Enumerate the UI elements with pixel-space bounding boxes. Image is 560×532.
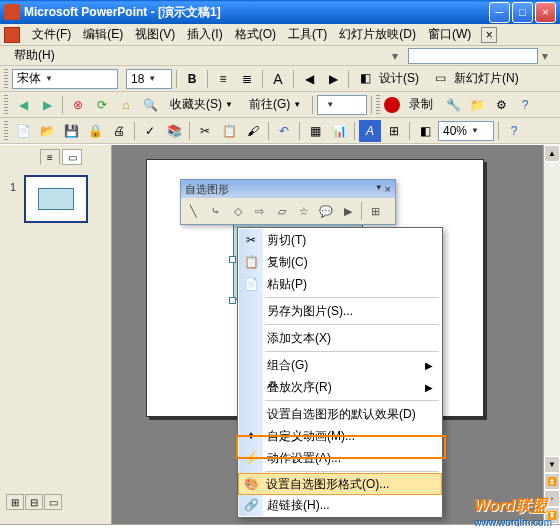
forward-button[interactable]: ▶ bbox=[36, 94, 58, 116]
slides-tab[interactable]: ▭ bbox=[62, 149, 82, 165]
cm-group[interactable]: 组合(G) ▶ bbox=[239, 354, 441, 376]
help-button[interactable]: ? bbox=[503, 120, 525, 142]
numbering-button[interactable]: ≣ bbox=[236, 68, 258, 90]
autoshape-toolbar[interactable]: 自选图形 ▼ × ╲ ⤷ ◇ ⇨ ▱ ☆ 💬 ▶ ⊞ bbox=[180, 179, 396, 225]
address-combo[interactable]: ▼ bbox=[317, 95, 367, 115]
slide-thumbnail-1[interactable]: 1 bbox=[24, 175, 87, 223]
menu-insert[interactable]: 插入(I) bbox=[181, 24, 228, 45]
open-button[interactable]: 📂 bbox=[36, 120, 58, 142]
ask-question-box[interactable] bbox=[408, 48, 538, 64]
show-formatting-button[interactable]: A bbox=[359, 120, 381, 142]
zoom-combo[interactable]: 40% ▼ bbox=[438, 121, 494, 141]
menu-slideshow[interactable]: 幻灯片放映(D) bbox=[333, 24, 422, 45]
spell-button[interactable]: ✓ bbox=[139, 120, 161, 142]
cm-cut[interactable]: ✂ 剪切(T) bbox=[239, 229, 441, 251]
menu-window[interactable]: 窗口(W) bbox=[422, 24, 477, 45]
record-help-button[interactable]: ? bbox=[514, 94, 536, 116]
cm-save-as-picture[interactable]: 另存为图片(S)... bbox=[239, 300, 441, 322]
menu-file[interactable]: 文件(F) bbox=[26, 24, 77, 45]
research-button[interactable]: 📚 bbox=[163, 120, 185, 142]
basic-shapes-menu[interactable]: ◇ bbox=[227, 201, 248, 222]
action-buttons-menu[interactable]: ▶ bbox=[337, 201, 358, 222]
cm-add-text[interactable]: 添加文本(X) bbox=[239, 327, 441, 349]
stars-menu[interactable]: ☆ bbox=[293, 201, 314, 222]
lines-menu[interactable]: ╲ bbox=[183, 201, 204, 222]
font-size-combo[interactable]: 18 ▼ bbox=[126, 69, 172, 89]
print-button[interactable]: 🖨 bbox=[108, 120, 130, 142]
toolbar-grip[interactable] bbox=[4, 69, 8, 89]
cut-toolbar-button[interactable]: ✂ bbox=[194, 120, 216, 142]
menu-edit[interactable]: 编辑(E) bbox=[77, 24, 129, 45]
font-name-combo[interactable]: 宋体 ▼ bbox=[12, 69, 118, 89]
slideshow-view-button[interactable]: ▭ bbox=[44, 494, 62, 510]
refresh-button[interactable]: ⟳ bbox=[91, 94, 113, 116]
new-slide-button[interactable]: ▭ 新幻灯片(N) bbox=[428, 68, 526, 90]
cm-format-autoshape[interactable]: 🎨 设置自选图形格式(O)... bbox=[238, 473, 442, 495]
normal-view-button[interactable]: ⊞ bbox=[6, 494, 24, 510]
table-button[interactable]: ▦ bbox=[304, 120, 326, 142]
bold-button[interactable]: B bbox=[181, 68, 203, 90]
paste-toolbar-button[interactable]: 📋 bbox=[218, 120, 240, 142]
record-button[interactable]: 录制 bbox=[402, 94, 440, 116]
design-button[interactable]: ◧ 设计(S) bbox=[353, 68, 426, 90]
save-button[interactable]: 💾 bbox=[60, 120, 82, 142]
prev-slide-button[interactable]: ⏫ bbox=[544, 473, 560, 490]
menu-help[interactable]: 帮助(H) bbox=[8, 45, 61, 66]
grid-button[interactable]: ⊞ bbox=[383, 120, 405, 142]
increase-indent-button[interactable]: ▶ bbox=[322, 68, 344, 90]
autoshape-titlebar[interactable]: 自选图形 ▼ × bbox=[181, 180, 395, 198]
font-grow-button[interactable]: A bbox=[267, 68, 289, 90]
format-painter-button[interactable]: 🖌 bbox=[242, 120, 264, 142]
cm-action-settings[interactable]: ⚡ 动作设置(A)... bbox=[239, 447, 441, 469]
back-button[interactable]: ◀ bbox=[12, 94, 34, 116]
undo-button[interactable]: ↶ bbox=[273, 120, 295, 142]
block-arrows-menu[interactable]: ⇨ bbox=[249, 201, 270, 222]
toolbar-grip[interactable] bbox=[4, 95, 8, 115]
chart-button[interactable]: 📊 bbox=[328, 120, 350, 142]
color-button[interactable]: ◧ bbox=[414, 120, 436, 142]
dropdown-icon[interactable]: ▾ bbox=[538, 49, 552, 63]
decrease-indent-button[interactable]: ◀ bbox=[298, 68, 320, 90]
document-icon[interactable] bbox=[4, 27, 20, 43]
record-tool-button[interactable]: 🔧 bbox=[442, 94, 464, 116]
scroll-track[interactable] bbox=[544, 162, 560, 456]
toolbar-grip[interactable] bbox=[4, 121, 8, 141]
favorites-button[interactable]: 收藏夹(S) ▼ bbox=[163, 94, 240, 116]
stop-button[interactable]: ⊗ bbox=[67, 94, 89, 116]
resize-handle-sw[interactable] bbox=[229, 297, 236, 304]
outline-tab[interactable]: ≡ bbox=[40, 149, 60, 165]
permission-button[interactable]: 🔒 bbox=[84, 120, 106, 142]
connectors-menu[interactable]: ⤷ bbox=[205, 201, 226, 222]
sorter-view-button[interactable]: ⊟ bbox=[25, 494, 43, 510]
resize-handle-w[interactable] bbox=[229, 256, 236, 263]
scroll-down-button[interactable]: ▼ bbox=[544, 456, 560, 473]
go-button[interactable]: 前往(G) ▼ bbox=[242, 94, 308, 116]
menu-format[interactable]: 格式(O) bbox=[229, 24, 282, 45]
search-button[interactable]: 🔍 bbox=[139, 94, 161, 116]
minimize-button[interactable]: ─ bbox=[489, 2, 510, 23]
flowchart-menu[interactable]: ▱ bbox=[271, 201, 292, 222]
maximize-button[interactable]: □ bbox=[512, 2, 533, 23]
record-settings-button[interactable]: ⚙ bbox=[490, 94, 512, 116]
cm-order[interactable]: 叠放次序(R) ▶ bbox=[239, 376, 441, 398]
callouts-menu[interactable]: 💬 bbox=[315, 201, 336, 222]
cm-set-defaults[interactable]: 设置自选图形的默认效果(D) bbox=[239, 403, 441, 425]
toolbar-grip[interactable] bbox=[376, 95, 380, 115]
menu-view[interactable]: 视图(V) bbox=[129, 24, 181, 45]
vertical-scrollbar[interactable]: ▲ ▼ ⏫ ◦ ⏬ bbox=[543, 145, 560, 524]
cm-custom-animation[interactable]: ✦ 自定义动画(M)... bbox=[239, 425, 441, 447]
document-close-button[interactable]: × bbox=[481, 27, 497, 43]
cm-hyperlink[interactable]: 🔗 超链接(H)... bbox=[239, 494, 441, 516]
home-button[interactable]: ⌂ bbox=[115, 94, 137, 116]
cm-copy[interactable]: 📋 复制(C) bbox=[239, 251, 441, 273]
new-button[interactable]: 📄 bbox=[12, 120, 34, 142]
cm-paste[interactable]: 📄 粘贴(P) bbox=[239, 273, 441, 295]
scroll-up-button[interactable]: ▲ bbox=[544, 145, 560, 162]
record-folder-button[interactable]: 📁 bbox=[466, 94, 488, 116]
close-button[interactable]: × bbox=[535, 2, 556, 23]
menu-tools[interactable]: 工具(T) bbox=[282, 24, 333, 45]
toolbar-overflow-icon[interactable]: ▾ bbox=[386, 49, 404, 63]
more-autoshapes-button[interactable]: ⊞ bbox=[365, 201, 386, 222]
dropdown-icon[interactable]: ▼ bbox=[375, 183, 383, 195]
bullets-button[interactable]: ≡ bbox=[212, 68, 234, 90]
